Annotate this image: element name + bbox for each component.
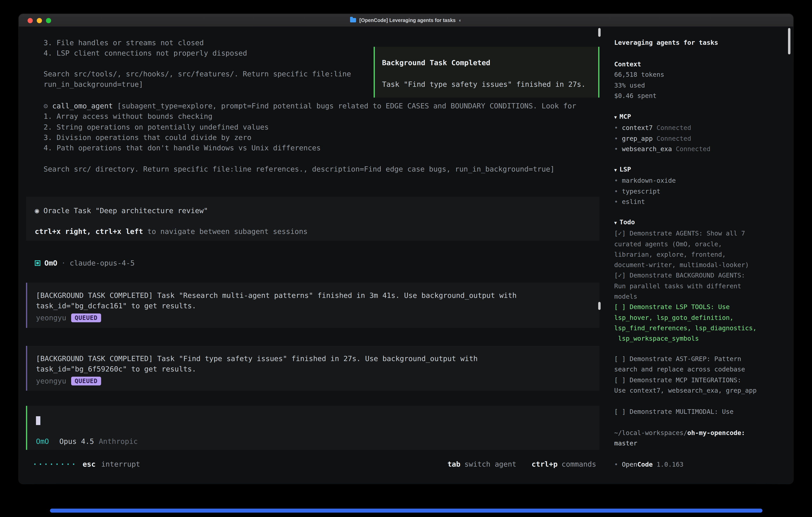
nav-keys: ctrl+x right, ctrl+x left (35, 227, 143, 236)
todo-done-line: [✓] Demonstrate BACKGROUND AGENTS: (614, 271, 757, 281)
lsp-item: • eslint (614, 197, 676, 207)
prompt-input[interactable]: OmO Opus 4.5 Anthropic (26, 406, 600, 450)
sidebar-scrollbar-thumb[interactable] (788, 28, 790, 54)
mcp-section: ▼ MCP • context7 Connected • grep_app Co… (614, 112, 710, 154)
background-task-toast[interactable]: Background Task Completed Task "Find typ… (374, 47, 600, 98)
status-badge: QUEUED (71, 377, 101, 385)
mcp-item: • websearch_exa Connected (614, 144, 710, 155)
todo-active-line: lsp_find_references, lsp_diagnostics, (614, 323, 757, 334)
oracle-nav-hint-line: ctrl+x right, ctrl+x left to navigate be… (35, 226, 308, 237)
workspace-path: ~/local-workspaces/oh-my-opencode: maste… (614, 428, 745, 449)
todo-header[interactable]: ▼ Todo (614, 217, 757, 228)
context-header: Context (614, 59, 664, 70)
minimize-window-button[interactable] (37, 18, 42, 23)
lsp-item: • markdown-oxide (614, 176, 676, 186)
window-title: [OpenCode] Leveraging agents for tasks ◐ (350, 18, 462, 23)
gear-icon: ⚙ (44, 102, 52, 110)
task-result-line: [BACKGROUND TASK COMPLETED] Task "Resear… (36, 290, 600, 301)
titlebar: [OpenCode] Leveraging agents for tasks ◐ (19, 14, 793, 27)
loading-moon-icon: ◐ (459, 18, 462, 23)
todo-pending-line: [ ] Demonstrate MCP INTEGRATIONS: (614, 375, 757, 385)
todo-section: ▼ Todo [✓] Demonstrate AGENTS: Show all … (614, 217, 757, 344)
log-line: 3. File handles or streams not closed (44, 37, 247, 48)
task-author: yeongyu (36, 376, 66, 386)
task-meta: yeongyu QUEUED (36, 376, 600, 386)
tool-name: call_omo_agent (52, 102, 113, 110)
todo-active-line: [ ] Demonstrate LSP TOOLS: Use (614, 302, 757, 313)
task-result-block: [BACKGROUND TASK COMPLETED] Task "Find t… (26, 346, 600, 391)
tool-call-line: ⚙ call_omo_agent [subagent_type=explore,… (44, 101, 576, 111)
input-model-label: Opus 4.5 (59, 436, 94, 447)
log-line: 4. LSP client connections not properly d… (44, 48, 247, 59)
ctrlp-key-hint: ctrl+p (532, 459, 558, 470)
lsp-item: • typescript (614, 186, 676, 197)
esc-key-label: interrupt (101, 459, 140, 470)
terminal-window: [OpenCode] Leveraging agents for tasks ◐… (19, 14, 793, 484)
text-cursor (36, 416, 40, 425)
agent-header: OmO · claude-opus-4-5 (35, 258, 135, 269)
todo-pending-line: Use context7, websearch_exa, grep_app (614, 385, 757, 396)
screen: [OpenCode] Leveraging agents for tasks ◐… (0, 0, 812, 517)
task-meta: yeongyu QUEUED (36, 312, 600, 323)
statusbar-right: tab switch agent ctrl+p commands (447, 459, 596, 470)
chevron-down-icon: ▼ (614, 220, 619, 225)
lsp-header[interactable]: ▼ LSP (614, 164, 676, 176)
bullet-icon: • (614, 461, 618, 468)
chevron-down-icon: ▼ (614, 167, 619, 173)
log-line: run_in_background=true] (44, 79, 351, 90)
mcp-item: • grep_app Connected (614, 133, 710, 144)
oracle-task-title: Oracle Task "Deep architecture review" (44, 206, 208, 215)
todo-done-line: document-writer, multimodal-looker) (614, 260, 757, 271)
close-window-button[interactable] (28, 18, 33, 23)
tool-line: 1. Array access without bounds checking (44, 111, 576, 122)
main-scrollbar-thumb[interactable] (598, 28, 601, 37)
tool-line: 3. Division operations that could divide… (44, 132, 576, 143)
nav-hint: to navigate between subagent sessions (143, 227, 308, 236)
oracle-task-title-line: ◉ Oracle Task "Deep architecture review" (35, 206, 208, 216)
app-version: • OpenCode 1.0.163 (614, 459, 684, 470)
todo-active-line: lsp_workspace_symbols (614, 334, 757, 344)
task-author: yeongyu (36, 312, 66, 323)
task-result-line: task_id="bg_6f59260c" to get results. (36, 364, 600, 375)
todo-done-line: [✓] Demonstrate AGENTS: Show all 7 (614, 228, 757, 239)
status-badge: QUEUED (71, 313, 101, 322)
tool-line: 4. Path operations that don't handle Win… (44, 143, 576, 153)
tab-key-hint: tab (447, 459, 460, 470)
toast-body: Task "Find type safety issues" finished … (382, 79, 586, 90)
context-section: Context 66,518 tokens 33% used $0.46 spe… (614, 59, 664, 101)
session-title: Leveraging agents for tasks (614, 37, 718, 48)
spinner-dots: ········ (33, 459, 77, 470)
main-scrollbar-thumb[interactable] (598, 302, 601, 310)
task-result-block: [BACKGROUND TASK COMPLETED] Task "Resear… (26, 283, 600, 328)
app-version-line: • OpenCode 1.0.163 (614, 459, 684, 470)
agent-model: claude-opus-4-5 (70, 258, 135, 269)
lsp-section: ▼ LSP • markdown-oxide • typescript • es… (614, 164, 676, 207)
todo-pending-group: [ ] Demonstrate AST-GREP: Pattern search… (614, 354, 757, 396)
chevron-down-icon: ▼ (614, 115, 619, 120)
tool-args: [subagent_type=explore, prompt=Find pote… (113, 102, 576, 110)
task-result-line: task_id="bg_dcfac161" to get results. (36, 301, 600, 311)
fisheye-icon: ◉ (35, 206, 44, 215)
traffic-lights (28, 14, 51, 27)
folder-icon (350, 18, 356, 22)
todo-done-line: models (614, 292, 757, 302)
mcp-header[interactable]: ▼ MCP (614, 112, 710, 123)
window-title-text: [OpenCode] Leveraging agents for tasks (359, 18, 456, 23)
todo-pending-group-2: [ ] Demonstrate MULTIMODAL: Use (614, 407, 733, 417)
todo-done-line: Run parallel tasks with different (614, 281, 757, 292)
mcp-item: • context7 Connected (614, 123, 710, 134)
tool-line: 2. String operations on potentially unde… (44, 122, 576, 132)
task-result-line: [BACKGROUND TASK COMPLETED] Task "Find t… (36, 353, 600, 364)
workspace-path-line: ~/local-workspaces/oh-my-opencode: (614, 428, 745, 438)
dock-indicator[interactable] (50, 509, 762, 513)
tab-key-label: switch agent (464, 459, 516, 470)
todo-pending-line: search and replace across codebase (614, 364, 757, 375)
omo-agent-icon (35, 260, 40, 266)
log-search-block-2: Search src/ directory. Return specific f… (44, 164, 555, 174)
context-used: 33% used (614, 80, 664, 91)
oracle-task-panel: ◉ Oracle Task "Deep architecture review"… (26, 197, 600, 241)
todo-pending-line: [ ] Demonstrate MULTIMODAL: Use (614, 407, 733, 417)
separator-dot: · (61, 258, 66, 269)
tool-call-block: ⚙ call_omo_agent [subagent_type=explore,… (44, 101, 576, 153)
zoom-window-button[interactable] (46, 18, 51, 23)
